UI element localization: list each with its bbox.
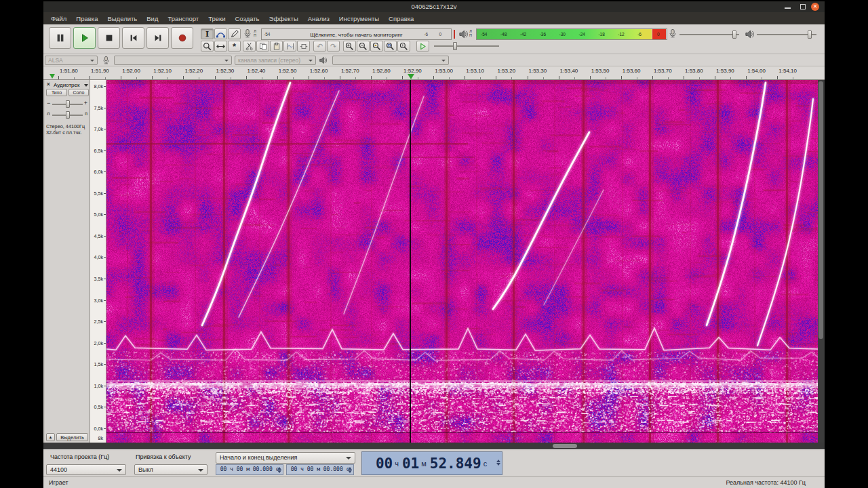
recording-volume-slider[interactable]	[679, 34, 739, 35]
frequency-tick	[104, 300, 106, 301]
menu-item-4[interactable]: Транспорт	[163, 14, 203, 24]
select-track-button[interactable]: Выделить	[56, 433, 88, 441]
timeline-tick-minor	[637, 77, 637, 79]
menu-item-2[interactable]: Выделить	[102, 14, 142, 24]
frequency-tick	[104, 214, 106, 215]
selection-toolbar: Частота проекта (Гц) 44100 Привязка к об…	[43, 449, 825, 476]
recording-device-combo[interactable]	[114, 56, 232, 65]
status-bar: Играет Реальная частота: 44100 Гц	[43, 476, 825, 488]
recording-meter[interactable]: -54 Щёлкните, чтобы начать мониторинг -6…	[261, 28, 452, 40]
draw-tool-icon	[231, 30, 239, 38]
skip-to-start-button[interactable]	[122, 27, 144, 49]
recording-volume-thumb[interactable]	[732, 30, 736, 39]
selection-start-spinner-icon[interactable]	[277, 466, 282, 474]
selection-end-spinner-icon[interactable]	[348, 466, 353, 474]
skip-to-end-button[interactable]	[146, 27, 169, 49]
menu-item-0[interactable]: Файл	[46, 14, 71, 24]
selection-range-mode-combo[interactable]: Начало и конец выделения	[216, 452, 355, 464]
menu-item-6[interactable]: Создать	[230, 14, 264, 24]
play-speed-slider-thumb[interactable]	[453, 42, 457, 50]
timeline-tick-minor	[449, 77, 450, 79]
mute-button[interactable]: Тихо	[46, 89, 67, 96]
timeline-tick-minor	[105, 77, 106, 79]
frequency-label: 0,0k	[94, 425, 103, 431]
pan-slider-thumb[interactable]	[66, 111, 70, 119]
project-rate-combo[interactable]: 44100	[46, 464, 126, 475]
track-control-panel[interactable]: ✕ Аудиотрек Тихо Соло − + л п Стерео, 44…	[45, 80, 90, 443]
zoom-in-icon	[345, 42, 354, 51]
audio-position-field[interactable]: 00ч01м52.849с	[361, 451, 502, 475]
frequency-tick	[104, 236, 106, 237]
frequency-tick	[104, 343, 106, 344]
paste-button[interactable]	[270, 41, 283, 52]
spectrogram-canvas[interactable]	[106, 80, 818, 443]
zoom-toggle-button[interactable]	[397, 41, 410, 52]
trim-audio-button[interactable]	[283, 41, 296, 52]
selection-tool-button[interactable]: I	[201, 28, 214, 39]
timeline-tick-minor	[199, 77, 199, 79]
menu-item-10[interactable]: Справка	[384, 14, 418, 24]
silence-audio-button[interactable]	[297, 41, 310, 52]
zoom-tool-button[interactable]	[201, 41, 214, 52]
track-menu-icon[interactable]	[84, 84, 88, 87]
timeline-ruler[interactable]: 1:51,801:51,901:52,001:52,101:52,201:52,…	[43, 66, 825, 80]
play-button[interactable]	[73, 27, 96, 49]
fit-project-button[interactable]	[384, 41, 397, 52]
timeline-tick	[58, 76, 59, 79]
zoom-out-button[interactable]	[357, 41, 370, 52]
playback-device-combo[interactable]	[332, 56, 449, 65]
collapse-track-button[interactable]: ▲	[46, 433, 55, 441]
menu-item-9[interactable]: Инструменты	[334, 14, 384, 24]
playback-meter[interactable]: -54-48-42-36-30-24-18-12-60	[476, 28, 667, 40]
play-position-marker-icon[interactable]	[408, 74, 414, 79]
timeline-tick	[684, 76, 684, 79]
menu-item-3[interactable]: Вид	[142, 14, 163, 24]
zoom-tool-icon	[203, 42, 212, 51]
selection-end-field[interactable]: 00 ч 00 м 00.000 с	[286, 464, 354, 475]
track-name[interactable]: Аудиотрек	[54, 82, 79, 88]
menu-item-7[interactable]: Эффекты	[264, 14, 303, 24]
playback-volume-thumb[interactable]	[808, 30, 812, 39]
copy-button[interactable]	[256, 41, 269, 52]
maximize-icon[interactable]	[800, 4, 806, 9]
menu-item-5[interactable]: Треки	[203, 14, 230, 24]
horizontal-scrollbar-thumb[interactable]	[553, 444, 577, 448]
timeline-tick-minor	[762, 77, 762, 79]
cut-button[interactable]	[243, 41, 256, 52]
multi-tool-button[interactable]: *	[228, 41, 241, 52]
menu-item-8[interactable]: Анализ	[303, 14, 334, 24]
frequency-label-next-channel: 8k	[98, 435, 103, 441]
envelope-tool-button[interactable]	[214, 28, 227, 39]
timeline-label: 1:52,40	[248, 68, 266, 74]
undo-button[interactable]: ↶	[313, 41, 326, 52]
close-icon[interactable]: ✕	[811, 3, 819, 11]
horizontal-scrollbar[interactable]	[43, 443, 825, 449]
audio-host-combo[interactable]: ALSA	[45, 56, 98, 65]
play-speed-slider[interactable]	[434, 45, 499, 47]
audio-position-spinner-icon[interactable]	[496, 459, 501, 466]
timeshift-tool-button[interactable]	[214, 41, 227, 52]
stop-button[interactable]	[98, 27, 120, 49]
menu-item-1[interactable]: Правка	[71, 14, 102, 24]
gain-slider-thumb[interactable]	[66, 100, 70, 108]
pause-button[interactable]	[49, 27, 71, 49]
draw-tool-button[interactable]	[228, 28, 241, 39]
zoom-in-button[interactable]	[343, 41, 356, 52]
playback-meter-scale-label: -12	[618, 32, 624, 37]
solo-button[interactable]: Соло	[68, 89, 89, 96]
title-bar[interactable]: 040625c17x12v ✕	[43, 1, 825, 12]
timeline-tick	[746, 76, 747, 79]
recording-channels-combo[interactable]: канала записи (стерео)	[235, 56, 316, 65]
record-button[interactable]	[171, 27, 193, 49]
snap-to-combo[interactable]: Выкл	[134, 464, 208, 475]
pinned-playhead-icon[interactable]	[50, 74, 55, 79]
selection-start-field[interactable]: 00 ч 00 м 00.000 с	[216, 464, 283, 475]
play-at-speed-button[interactable]	[416, 41, 429, 52]
minimize-icon[interactable]	[785, 7, 791, 9]
fit-selection-button[interactable]	[370, 41, 383, 52]
timeline-tick-minor	[668, 77, 669, 79]
track-close-icon[interactable]: ✕	[46, 81, 51, 87]
redo-button[interactable]: ↷	[327, 41, 340, 52]
vertical-scrollbar-thumb[interactable]	[818, 81, 823, 339]
vertical-scrollbar[interactable]	[818, 80, 825, 443]
